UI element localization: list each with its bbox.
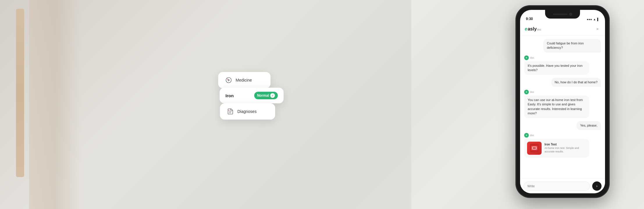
svg-point-2 [229, 110, 230, 111]
logo-asly: asly [528, 26, 537, 32]
chat-input-bar: › [520, 178, 605, 193]
iron-label: Iron [225, 93, 251, 98]
normal-badge: Normal [254, 92, 278, 99]
phone-screen: 9:30 ●●● ▲ ▌ easlydoc × [520, 10, 605, 193]
product-title: Iron Test [545, 143, 586, 146]
bot-avatar-3: e [524, 133, 529, 138]
camera [569, 13, 572, 16]
bot-name-3: doc [530, 134, 534, 137]
check-icon [270, 93, 275, 98]
chat-area[interactable]: Could fatigue be from iron deficiency? e… [520, 35, 605, 178]
phone-notch [545, 10, 580, 19]
wood-panel-2-decoration [29, 0, 81, 209]
scene: Medicine Iron Normal Diagnoses [0, 0, 644, 209]
user-message-2: No, how do I do that at home? [551, 78, 601, 87]
speaker [553, 14, 567, 15]
phone-body: 9:30 ●●● ▲ ▌ easlydoc × [516, 6, 609, 197]
bot-name-1: doc [530, 56, 534, 59]
diagnoses-label: Diagnoses [237, 109, 257, 114]
medicine-label: Medicine [236, 78, 252, 82]
signal-icon: ●●● [587, 18, 592, 21]
battery-icon: ▌ [597, 18, 599, 21]
bot-message-1: It's possible. Have you tested your iron… [524, 61, 589, 75]
product-card: Iron Test At-home iron test. Simple and … [524, 139, 589, 158]
product-description: At-home iron test. Simple and accurate r… [545, 147, 586, 153]
svg-rect-6 [533, 147, 536, 149]
app-logo: easlydoc [525, 26, 541, 32]
svg-point-1 [227, 79, 228, 80]
logo-doc: doc [537, 28, 541, 31]
bot-label-2: e doc [524, 90, 589, 94]
status-time: 9:30 [526, 17, 533, 21]
medicine-card: Medicine [218, 72, 271, 88]
wifi-icon: ▲ [593, 18, 596, 21]
send-icon: › [596, 184, 597, 188]
bot-message-group-1: e doc It's possible. Have you tested you… [524, 55, 589, 75]
close-button[interactable]: × [595, 26, 600, 32]
logo-e: e [525, 26, 527, 32]
product-info: Iron Test At-home iron test. Simple and … [545, 143, 586, 153]
medicine-icon [225, 76, 233, 84]
status-icons: ●●● ▲ ▌ [587, 18, 599, 21]
user-message-1: Could fatigue be from iron deficiency? [543, 39, 601, 53]
iron-card: Iron Normal [220, 88, 284, 103]
user-message-3: Yes, please. [577, 121, 601, 130]
bot-avatar-2: e [524, 90, 529, 94]
product-image [527, 142, 542, 155]
app-header: easlydoc × [520, 23, 605, 35]
bot-product-group: e doc [524, 133, 589, 158]
bot-message-group-2: e doc You can use our at-home iron test … [524, 90, 589, 118]
phone-mockup: 9:30 ●●● ▲ ▌ easlydoc × [516, 6, 609, 197]
diagnoses-card: Diagnoses [220, 103, 275, 120]
bot-name-2: doc [530, 91, 534, 93]
normal-text: Normal [257, 93, 269, 98]
bot-label-3: e doc [524, 133, 589, 138]
bot-message-2: You can use our at-home iron test from E… [524, 96, 589, 118]
chat-input[interactable] [524, 181, 590, 191]
bot-avatar-1: e [524, 55, 529, 60]
bot-label-1: e doc [524, 55, 589, 60]
wood-panel-decoration [16, 9, 24, 177]
diagnoses-icon [226, 107, 234, 116]
send-button[interactable]: › [592, 181, 602, 191]
